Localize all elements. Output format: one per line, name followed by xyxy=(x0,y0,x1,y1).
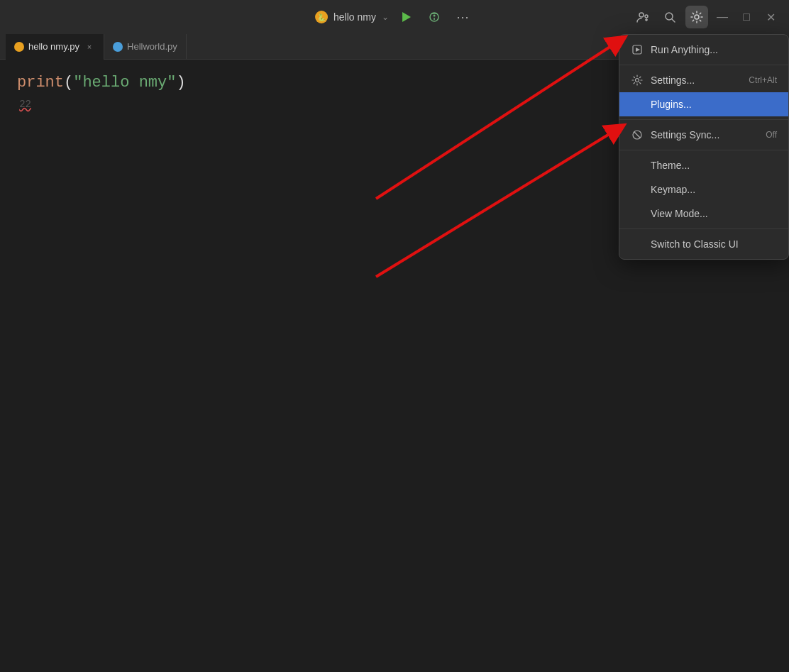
menu-section-classic: Switch to Classic UI xyxy=(619,229,788,259)
menu-item-settings-sync[interactable]: Settings Sync... Off xyxy=(619,123,788,147)
code-print: print xyxy=(17,71,64,94)
tab-hellworld[interactable]: Hellworld.py xyxy=(104,34,187,60)
svg-line-16 xyxy=(634,132,640,138)
svg-point-11 xyxy=(695,15,699,19)
switch-classic-label: Switch to Classic UI xyxy=(651,238,739,250)
menu-item-view-mode[interactable]: View Mode... xyxy=(619,202,788,226)
tab-hello-nmy[interactable]: hello nmy.py × xyxy=(6,34,104,60)
svg-line-19 xyxy=(376,129,617,277)
theme-label: Theme... xyxy=(651,160,690,171)
close-button[interactable]: ✕ xyxy=(761,7,780,27)
run-anything-icon xyxy=(631,43,644,56)
window-action-area: — □ ✕ xyxy=(631,6,780,28)
svg-point-2 xyxy=(433,15,435,17)
project-icon: 🐍 xyxy=(315,11,328,23)
tab-label-hello-nmy: hello nmy.py xyxy=(28,41,79,52)
title-center: 🐍 hello nmy ⌄ ⋯ xyxy=(315,6,474,28)
menu-item-settings[interactable]: Settings... Ctrl+Alt xyxy=(619,68,788,92)
menu-section-run: Run Anything... xyxy=(619,35,788,65)
menu-section-settings: Settings... Ctrl+Alt Plugins... xyxy=(619,65,788,120)
svg-point-6 xyxy=(645,15,648,18)
view-mode-label: View Mode... xyxy=(651,208,708,219)
minimize-button[interactable]: — xyxy=(712,7,732,27)
menu-item-plugins[interactable]: Plugins... xyxy=(619,92,788,116)
chevron-down-icon: ⌄ xyxy=(382,12,389,22)
menu-item-run-anything[interactable]: Run Anything... xyxy=(619,38,788,62)
menu-item-theme[interactable]: Theme... xyxy=(619,153,788,177)
debug-button[interactable] xyxy=(423,6,446,28)
settings-sync-icon xyxy=(631,128,644,141)
tab-close-hello-nmy[interactable]: × xyxy=(84,41,95,53)
view-mode-icon xyxy=(631,207,644,220)
collab-button[interactable] xyxy=(631,6,654,28)
settings-dropdown-menu: Run Anything... Settings... Ctrl+Alt Plu… xyxy=(619,34,789,260)
theme-icon xyxy=(631,159,644,172)
tab-label-hellworld: Hellworld.py xyxy=(127,41,177,52)
search-button[interactable] xyxy=(658,6,681,28)
switch-classic-icon xyxy=(631,238,644,250)
svg-line-10 xyxy=(672,19,675,22)
code-string: "hello nmy" xyxy=(73,71,176,94)
settings-sync-label: Settings Sync... xyxy=(651,129,719,141)
settings-gear-button[interactable] xyxy=(685,6,708,28)
project-name: hello nmy xyxy=(333,11,376,23)
menu-section-appearance: Theme... Keymap... View Mode... xyxy=(619,150,788,229)
svg-point-14 xyxy=(636,79,639,82)
line-number-22: 22 xyxy=(17,97,31,112)
code-close-paren: ) xyxy=(176,71,185,94)
more-button[interactable]: ⋯ xyxy=(451,6,474,28)
plugins-icon xyxy=(631,98,644,111)
menu-item-keymap[interactable]: Keymap... xyxy=(619,177,788,202)
settings-sync-status: Off xyxy=(766,130,777,140)
svg-marker-0 xyxy=(402,12,411,22)
menu-item-switch-classic[interactable]: Switch to Classic UI xyxy=(619,232,788,256)
menu-section-sync: Settings Sync... Off xyxy=(619,120,788,150)
plugins-label: Plugins... xyxy=(651,99,692,110)
title-bar: 🐍 hello nmy ⌄ ⋯ xyxy=(0,0,789,34)
settings-shortcut: Ctrl+Alt xyxy=(749,75,777,85)
svg-marker-13 xyxy=(636,48,640,52)
settings-icon xyxy=(631,74,644,87)
tab-icon-python xyxy=(14,42,24,52)
keymap-label: Keymap... xyxy=(651,184,695,195)
run-anything-label: Run Anything... xyxy=(651,44,718,55)
keymap-icon xyxy=(631,183,644,196)
code-open-paren: ( xyxy=(64,71,73,94)
run-button[interactable] xyxy=(394,6,417,28)
settings-label: Settings... xyxy=(651,75,695,86)
svg-point-1 xyxy=(430,13,438,21)
tab-icon-hellworld xyxy=(113,42,123,52)
maximize-button[interactable]: □ xyxy=(736,7,756,27)
svg-point-5 xyxy=(639,13,644,17)
